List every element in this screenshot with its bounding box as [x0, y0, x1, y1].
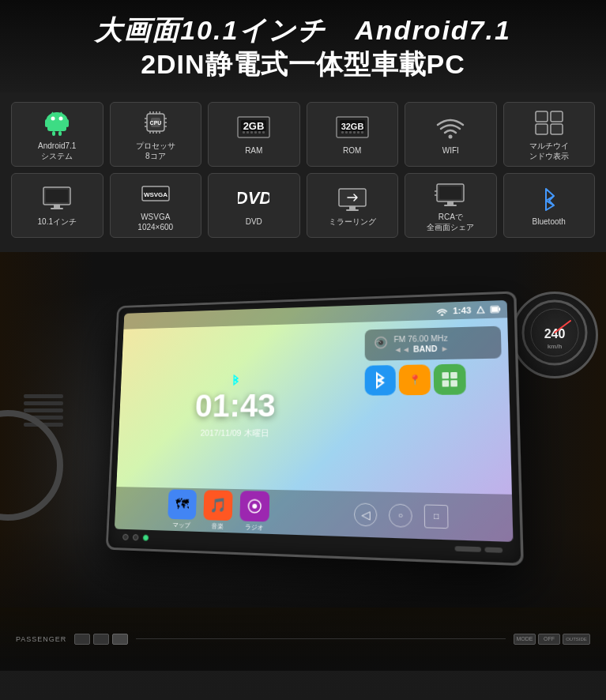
nav-recent-btn[interactable]: □	[423, 504, 448, 529]
right-controls	[454, 546, 502, 553]
feature-screen: 10.1インチ	[11, 173, 104, 238]
svg-rect-39	[341, 131, 344, 134]
nav-buttons: ◁ ○ □	[353, 502, 448, 529]
features-row2: 10.1インチ WSVGA WSVGA1024×600 DVD	[11, 173, 595, 238]
usb-slot	[454, 546, 481, 552]
aux-slot	[484, 547, 502, 552]
nav-back-btn[interactable]: ◁	[353, 502, 376, 526]
feature-ram: 2GB RAM	[208, 102, 300, 167]
bluetooth-status	[229, 374, 241, 386]
app-navigation[interactable]: 📍	[398, 364, 430, 395]
svg-text:32GB: 32GB	[341, 122, 363, 131]
svg-rect-49	[551, 124, 563, 134]
svg-text:km/h: km/h	[548, 343, 563, 350]
mirror-icon	[335, 183, 370, 213]
bluetooth-label: Bluetooth	[533, 216, 566, 227]
vent-slot	[24, 408, 63, 412]
android-label: Android7.1システム	[38, 141, 76, 161]
app-bluetooth[interactable]	[364, 365, 395, 396]
speedo-numbers: 240 km/h	[519, 297, 590, 372]
page-wrapper: 大画面10.1インチ Android7.1 2DIN静電式一体型車載PC	[0, 0, 606, 700]
mode-btn: MODE	[514, 634, 536, 645]
vent-slot	[24, 394, 63, 398]
dashboard-controls: PASSENGER MODE OFF OUTSIDE	[0, 608, 606, 671]
app-radio-label: ラジオ	[244, 523, 263, 533]
control-dot	[122, 534, 129, 540]
ctrl-btn	[112, 634, 128, 645]
app-radio-icon	[239, 491, 269, 521]
header-section: 大画面10.1インチ Android7.1 2DIN静電式一体型車載PC	[0, 0, 606, 92]
car-background: 240 km/h 1:43	[0, 252, 606, 671]
clock-display: 01:43	[194, 387, 276, 424]
outsider-btn: OUTSIDE	[563, 634, 590, 645]
title-line2: 2DIN静電式一体型車載PC	[16, 47, 590, 81]
svg-rect-6	[52, 131, 55, 136]
svg-rect-43	[357, 131, 359, 134]
fm-controls: ◄◄ BAND ►	[393, 343, 494, 354]
statusbar-time: 1:43	[453, 305, 472, 315]
svg-rect-46	[536, 111, 548, 122]
multi-icon	[532, 107, 566, 137]
svg-rect-86	[442, 380, 449, 386]
rom-label: ROM	[343, 145, 361, 156]
feature-multi: マルチウインドウ表示	[503, 102, 596, 167]
app-bottom-row: 🗺 マップ 🎵 音楽	[167, 489, 269, 532]
ctrl-btn	[93, 634, 109, 645]
passenger-label: PASSENGER	[16, 635, 66, 643]
feature-wifi: WIFI	[405, 102, 497, 167]
svg-rect-3	[47, 122, 66, 131]
svg-rect-5	[66, 119, 69, 127]
app-music-item[interactable]: 🎵 音楽	[202, 490, 232, 531]
svg-rect-61	[439, 186, 461, 199]
feature-android: Android7.1システム	[11, 102, 104, 167]
svg-text:2GB: 2GB	[243, 120, 265, 132]
android-icon	[40, 107, 74, 137]
feature-rca: RCAで全画面シェア	[405, 173, 497, 238]
svg-marker-74	[476, 307, 484, 313]
vent-slot	[24, 401, 63, 405]
svg-rect-65	[444, 205, 457, 206]
app-grid-icon[interactable]	[433, 364, 465, 395]
feature-dvd: DVD DVD	[208, 173, 300, 238]
svg-rect-44	[361, 131, 363, 134]
svg-rect-77	[491, 307, 498, 311]
svg-rect-48	[536, 124, 548, 134]
svg-text:WSVGA: WSVGA	[144, 191, 167, 198]
app-radio-item[interactable]: ラジオ	[239, 491, 269, 533]
svg-rect-41	[349, 131, 352, 134]
nav-home-btn[interactable]: ○	[388, 503, 412, 527]
svg-rect-85	[450, 372, 457, 378]
dvd-label: DVD	[246, 216, 262, 227]
svg-point-2	[59, 116, 63, 120]
mode-buttons: MODE OFF OUTSIDE	[514, 634, 590, 645]
wifi-label: WIFI	[442, 145, 459, 156]
title-line1: 大画面10.1インチ Android7.1	[16, 14, 590, 47]
svg-rect-52	[54, 205, 60, 208]
bluetooth-icon	[532, 183, 566, 213]
screen-right-panel: FM 76.00 MHz ◄◄ BAND ►	[358, 318, 512, 495]
off-btn: OFF	[538, 634, 560, 645]
control-dot	[132, 534, 138, 540]
svg-point-73	[440, 314, 442, 316]
left-controls	[122, 534, 149, 541]
svg-rect-53	[51, 208, 63, 209]
svg-point-1	[51, 116, 55, 120]
fm-widget: FM 76.00 MHz ◄◄ BAND ►	[364, 326, 501, 361]
svg-point-89	[252, 504, 257, 509]
rom-icon: 32GB	[335, 112, 370, 142]
app-grid: 📍	[364, 363, 502, 396]
power-led	[142, 535, 149, 541]
rca-label: RCAで全画面シェア	[427, 212, 474, 232]
app-maps-item[interactable]: 🗺 マップ	[167, 489, 196, 529]
svg-text:CPU: CPU	[149, 120, 161, 126]
feature-wsvga: WSVGA WSVGA1024×600	[110, 173, 202, 238]
svg-rect-84	[442, 372, 449, 378]
head-unit-outer: 1:43 01:43 2017	[105, 291, 523, 566]
cpu-label: プロセッサ8コア	[136, 141, 175, 161]
svg-rect-30	[243, 131, 245, 134]
app-maps-label: マップ	[172, 521, 190, 530]
car-section: 240 km/h 1:43	[0, 252, 606, 671]
speedometer: 240 km/h	[511, 292, 598, 378]
app-music-label: 音楽	[211, 521, 224, 531]
monitor-icon	[40, 183, 74, 213]
